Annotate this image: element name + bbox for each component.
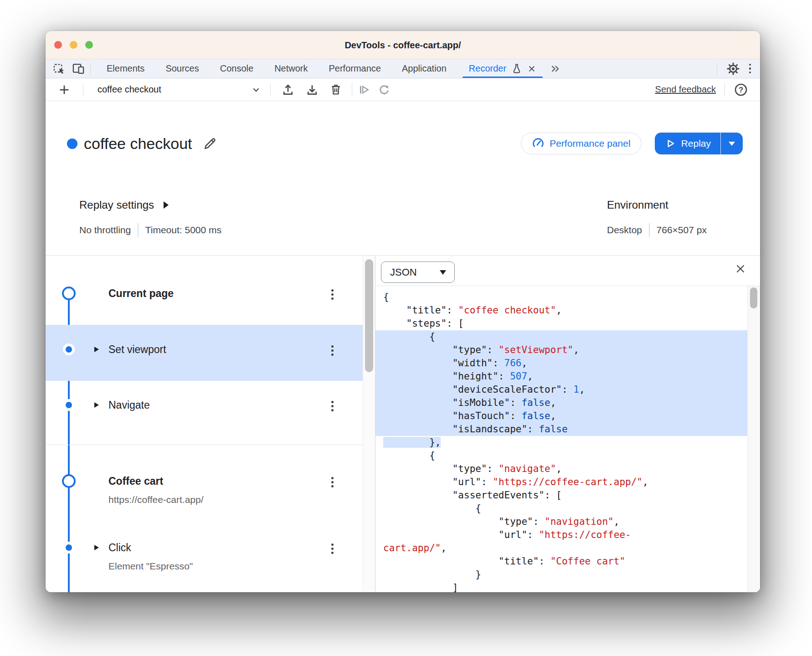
replay-options-button[interactable] <box>720 133 743 154</box>
separator <box>725 83 725 97</box>
play-icon <box>664 138 676 149</box>
step-menu-icon[interactable] <box>330 288 334 301</box>
json-panel: JSON { "title": "coffee checkout", "step… <box>375 256 760 592</box>
step-row-click[interactable]: ClickElement "Espresso" <box>46 518 363 592</box>
code-line: "width": 766, <box>375 357 747 370</box>
code-scrollbar[interactable] <box>747 286 760 592</box>
environment-viewport: 766×507 px <box>657 225 707 236</box>
step-label: Current page <box>108 287 174 300</box>
timeout-value: Timeout: 5000 ms <box>145 225 221 236</box>
tab-performance[interactable]: Performance <box>319 59 392 78</box>
step-label: Set viewport <box>108 343 166 356</box>
steps-scrollbar[interactable] <box>363 256 375 592</box>
step-sublabel: https://coffee-cart.app/ <box>108 492 363 507</box>
desktop-background: DevTools - coffee-cart.app/ ElementsSour… <box>0 0 812 656</box>
step-row-coffee-cart[interactable]: Coffee carthttps://coffee-cart.app/ <box>46 445 363 518</box>
json-panel-toolbar: JSON <box>375 256 760 286</box>
separator <box>138 223 139 237</box>
expand-arrow-icon <box>164 201 169 209</box>
format-select-value: JSON <box>381 266 417 278</box>
code-line: "steps": [ <box>375 317 747 330</box>
step-menu-icon[interactable] <box>330 344 334 357</box>
page-circle-icon <box>62 474 76 488</box>
svg-text:?: ? <box>739 85 743 94</box>
replay-button-group: Replay <box>655 133 743 154</box>
panel-tabs: ElementsSourcesConsoleNetworkPerformance… <box>96 59 457 78</box>
step-sublabel: Element "Espresso" <box>108 559 363 574</box>
json-code: { "title": "coffee checkout", "steps": [… <box>375 286 747 592</box>
help-icon[interactable]: ? <box>734 82 748 97</box>
step-over-icon[interactable] <box>358 83 370 96</box>
throttling-value: No throttling <box>79 225 131 236</box>
export-recording-icon[interactable] <box>281 83 295 97</box>
import-recording-icon[interactable] <box>305 83 319 97</box>
separator <box>649 223 650 237</box>
code-line: }, <box>375 436 747 449</box>
recorder-main: coffee checkout Performance panel R <box>46 101 760 592</box>
step-dot-icon <box>66 544 72 551</box>
edit-title-icon[interactable] <box>203 137 217 150</box>
code-line: ] <box>375 581 747 592</box>
code-line: { <box>375 449 747 462</box>
caret-down-icon <box>729 142 735 146</box>
code-line: "deviceScaleFactor": 1, <box>375 383 747 396</box>
performance-panel-button[interactable]: Performance panel <box>521 133 641 154</box>
more-tabs-icon[interactable] <box>549 63 561 75</box>
recording-title: coffee checkout <box>84 135 192 153</box>
rerecord-icon[interactable] <box>378 83 391 96</box>
step-row-navigate[interactable]: Navigate <box>46 381 363 445</box>
recording-select[interactable]: coffee checkout <box>83 78 270 101</box>
code-line: "type": "navigation", <box>375 515 747 528</box>
delete-recording-icon[interactable] <box>329 83 342 96</box>
replay-button-label: Replay <box>681 138 711 149</box>
step-label: Click <box>108 542 131 554</box>
replay-button[interactable]: Replay <box>655 133 720 154</box>
tab-sources[interactable]: Sources <box>155 59 209 78</box>
environment-label: Environment <box>607 199 668 211</box>
caret-down-icon <box>440 270 446 275</box>
customize-devtools-icon[interactable] <box>749 64 751 74</box>
titlebar: DevTools - coffee-cart.app/ <box>46 31 760 59</box>
tab-recorder-label: Recorder <box>469 63 506 74</box>
tab-recorder[interactable]: Recorder <box>463 59 543 78</box>
step-row-current-page[interactable]: Current page <box>46 256 363 325</box>
separator <box>270 83 271 97</box>
window-title: DevTools - coffee-cart.app/ <box>46 31 760 59</box>
inspect-element-icon[interactable] <box>53 62 66 75</box>
send-feedback-link[interactable]: Send feedback <box>655 84 716 95</box>
steps-scrollbar-thumb[interactable] <box>365 259 373 372</box>
code-line: { <box>375 291 747 304</box>
step-menu-icon[interactable] <box>330 400 334 412</box>
code-line: "type": "navigate", <box>375 462 747 476</box>
recorder-toolbar: coffee checkout Send <box>46 78 760 101</box>
code-line: "url": "https://coffee- <box>375 528 747 542</box>
replay-settings-toggle[interactable]: Replay settings <box>79 195 169 215</box>
tab-console[interactable]: Console <box>210 59 264 78</box>
tab-elements[interactable]: Elements <box>96 59 155 78</box>
disclosure-triangle-icon[interactable] <box>94 402 99 408</box>
step-menu-icon[interactable] <box>330 543 334 555</box>
code-line: } <box>375 568 747 581</box>
close-tab-icon[interactable] <box>527 64 536 73</box>
recording-dot-icon <box>67 138 77 149</box>
code-scrollbar-thumb[interactable] <box>750 287 757 308</box>
step-menu-icon[interactable] <box>330 476 334 488</box>
page-circle-icon <box>62 287 76 300</box>
environment-device: Desktop <box>607 225 642 236</box>
code-line: cart.app/", <box>375 542 747 555</box>
disclosure-triangle-icon[interactable] <box>94 545 99 550</box>
disclosure-triangle-icon[interactable] <box>94 347 99 352</box>
step-label: Coffee cart <box>108 475 163 487</box>
tab-network[interactable]: Network <box>264 59 318 78</box>
settings-gear-icon[interactable] <box>726 62 740 76</box>
close-json-panel-icon[interactable] <box>735 263 746 275</box>
code-line: { <box>375 330 747 343</box>
code-line: "title": "Coffee cart" <box>375 555 747 568</box>
add-recording-icon[interactable] <box>57 83 71 97</box>
step-row-set-viewport[interactable]: Set viewport <box>46 325 363 381</box>
device-toolbar-icon[interactable] <box>72 62 85 75</box>
tab-application[interactable]: Application <box>391 59 457 78</box>
format-select[interactable]: JSON <box>381 261 455 283</box>
separator <box>352 83 352 97</box>
step-dot-icon <box>66 346 72 353</box>
